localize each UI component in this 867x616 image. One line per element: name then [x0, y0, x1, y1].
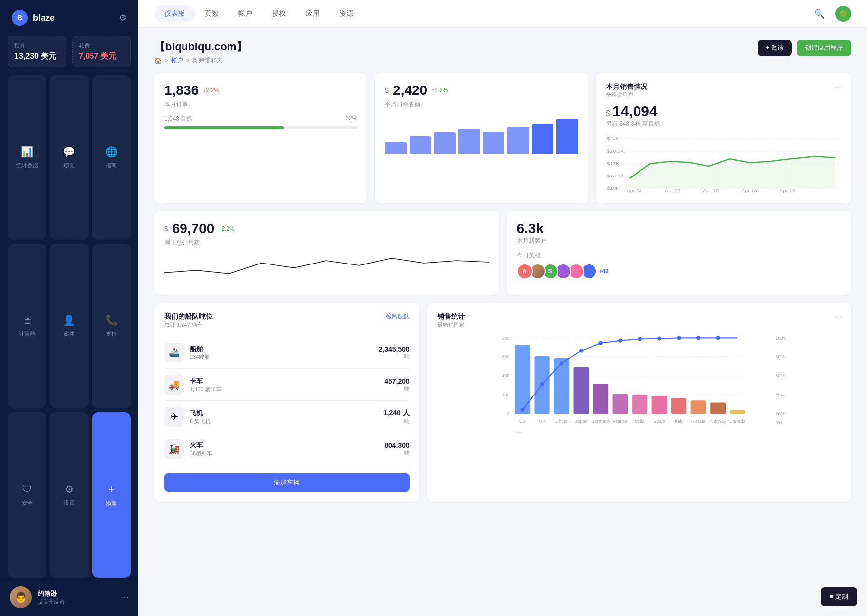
- topnav-avatar[interactable]: 🟢: [835, 6, 851, 22]
- fleet-title: 我们的船队吨位: [164, 312, 213, 321]
- sidebar-logo: B blaze: [12, 10, 55, 26]
- truck-icon: 🚚: [164, 375, 184, 395]
- daily-sales-value: 2,420: [393, 83, 427, 98]
- svg-text:Germany: Germany: [591, 419, 610, 424]
- sidebar-top-settings-icon[interactable]: ⚙: [119, 12, 127, 23]
- bar-5: [483, 132, 505, 154]
- invite-button[interactable]: + 邀请: [758, 40, 792, 56]
- user-name: 约翰逊: [38, 589, 121, 598]
- tab-pages[interactable]: 页数: [195, 5, 228, 22]
- user-info: 约翰逊 反应开发者: [38, 589, 121, 606]
- truck-unit: 吨: [384, 385, 410, 393]
- sidebar-item-support[interactable]: 📞 支持: [92, 244, 131, 408]
- sidebar: B blaze ⚙ 预算 13,230 美元 花费 7,057 美元 📊 统计数…: [0, 0, 138, 616]
- orders-card: 1,836 ↓2.2% 本月订单 1,048 目标 62%: [154, 73, 367, 203]
- svg-text:400: 400: [502, 373, 510, 378]
- expense-amount: 7,057 美元: [79, 51, 124, 61]
- plane-tons: 1,240 人: [383, 409, 410, 418]
- sidebar-item-media[interactable]: 👤 媒体: [50, 244, 88, 408]
- heroes-more: +42: [599, 268, 609, 275]
- svg-text:80%: 80%: [776, 354, 785, 359]
- search-icon[interactable]: 🔍: [812, 6, 827, 22]
- guide-label: 指南: [106, 162, 117, 169]
- svg-rect-35: [573, 367, 589, 414]
- sidebar-item-security[interactable]: 🛡 安全: [8, 412, 46, 578]
- sidebar-item-guide[interactable]: 🌐 指南: [92, 75, 131, 240]
- sidebar-item-calculator[interactable]: 🖥 计算器: [8, 244, 46, 408]
- create-app-button[interactable]: 创建应用程序: [797, 40, 851, 56]
- svg-marker-10: [629, 156, 835, 188]
- avatar: 👨: [10, 586, 32, 608]
- settings-icon: ⚙: [65, 484, 74, 495]
- svg-point-51: [657, 336, 661, 340]
- support-icon: 📞: [105, 314, 118, 326]
- page-title-section: 【biqubiqu.com】 🏠 > 帐户 > 奥弗维耶夫: [154, 40, 247, 65]
- calculator-label: 计算器: [19, 330, 35, 338]
- sidebar-item-add[interactable]: + 添新: [92, 412, 131, 578]
- svg-text:Apr 10: Apr 10: [703, 188, 719, 193]
- user-menu-icon[interactable]: ⋯: [121, 593, 129, 602]
- bar-7: [532, 124, 554, 154]
- topnav-icons: 🔍 🟢: [812, 6, 851, 22]
- media-icon: 👤: [63, 314, 75, 326]
- sales-stats-more-icon[interactable]: ···: [835, 312, 841, 329]
- country-chart-svg: 800 600 400 200 0 100% 80% 60% 40% 20% 0…: [437, 333, 841, 461]
- svg-text:$17K: $17K: [607, 161, 619, 166]
- train-name: 火车: [190, 441, 384, 450]
- new-customers-value: 6.3k: [517, 221, 842, 237]
- logo-icon: B: [12, 10, 28, 26]
- add-vehicle-button[interactable]: 添加车辆: [164, 473, 410, 492]
- heroes-section: 今日英雄 A S +42: [517, 251, 842, 279]
- svg-text:India: India: [635, 419, 645, 424]
- fleet-card: 我们的船队吨位 总计 1,247 辆车 检阅舰队 🚢 船舶 234艘船 2,34…: [154, 303, 419, 502]
- svg-text:600: 600: [502, 354, 510, 359]
- security-label: 安全: [22, 499, 33, 507]
- sidebar-item-chat[interactable]: 💬 聊天: [50, 75, 88, 240]
- progress-fill: [164, 126, 284, 129]
- calculator-icon: 🖥: [22, 315, 32, 326]
- tab-accounts[interactable]: 帐户: [228, 5, 262, 22]
- tab-apps[interactable]: 应用: [296, 5, 329, 22]
- progress-pct: 62%: [345, 115, 357, 123]
- svg-rect-37: [612, 394, 628, 414]
- svg-point-47: [579, 349, 583, 352]
- svg-text:China: China: [555, 419, 568, 424]
- truck-name: 卡车: [190, 377, 384, 386]
- stats-label: 统计数据: [16, 162, 38, 169]
- sales-title: 本月销售情况: [606, 83, 647, 91]
- svg-text:$20.5K: $20.5K: [607, 149, 624, 154]
- customize-button[interactable]: ≡ 定制: [821, 587, 857, 606]
- chat-icon: 💬: [63, 146, 75, 158]
- page-content: 【biqubiqu.com】 🏠 > 帐户 > 奥弗维耶夫 + 邀请 创建应用程…: [138, 28, 867, 616]
- svg-text:US: US: [519, 419, 526, 424]
- expense-label: 花费: [79, 42, 124, 49]
- svg-rect-43: [730, 410, 745, 414]
- progress-label: 1,048 目标 62%: [164, 115, 357, 123]
- orders-header: 1,836 ↓2.2%: [164, 83, 357, 98]
- sales-stats-header: 销售统计 最畅销国家 ···: [437, 312, 841, 329]
- sidebar-footer: 👨 约翰逊 反应开发者 ⋯: [0, 578, 138, 616]
- svg-text:$24K: $24K: [607, 136, 619, 141]
- svg-text:0%: 0%: [776, 420, 782, 425]
- svg-point-45: [540, 382, 544, 386]
- online-sales-header: $ 69,700 ↑2.2%: [164, 221, 489, 237]
- bar-1: [385, 142, 407, 154]
- tab-dashboard[interactable]: 仪表板: [154, 5, 195, 22]
- tab-auth[interactable]: 授权: [262, 5, 296, 22]
- ship-tons: 2,345,500: [378, 345, 409, 353]
- svg-text:Russia: Russia: [691, 419, 706, 424]
- bar-6: [507, 127, 529, 154]
- fleet-link[interactable]: 检阅舰队: [386, 312, 410, 321]
- svg-text:20%: 20%: [776, 411, 785, 416]
- sidebar-item-stats[interactable]: 📊 统计数据: [8, 75, 46, 240]
- svg-text:Canada: Canada: [730, 419, 746, 424]
- svg-point-49: [618, 338, 622, 342]
- tab-resources[interactable]: 资源: [329, 5, 363, 22]
- orders-label: 本月订单: [164, 100, 357, 109]
- hero-1: A: [517, 264, 533, 279]
- sidebar-item-settings[interactable]: ⚙ 设置: [50, 412, 88, 578]
- online-sales-value: 69,700: [172, 221, 215, 237]
- breadcrumb-accounts[interactable]: 帐户: [171, 56, 183, 65]
- sales-more-icon[interactable]: ···: [835, 83, 841, 91]
- progress-bar: [164, 126, 357, 129]
